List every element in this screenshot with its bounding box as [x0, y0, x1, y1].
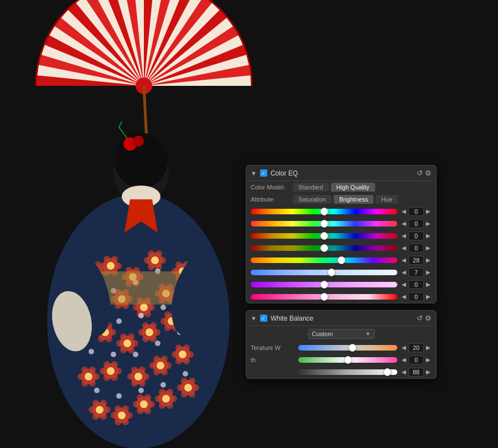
- high-quality-tab[interactable]: High Quality: [331, 183, 375, 192]
- sliders-container: ◀ 0 ▶ ◀ 0 ▶ ◀ 0 ▶: [246, 205, 436, 303]
- tint-increment[interactable]: ▶: [425, 357, 432, 363]
- eq-value-control-0: ◀ 0 ▶: [401, 207, 432, 216]
- refresh-icon[interactable]: ↺: [417, 169, 423, 177]
- strength-slider[interactable]: [298, 368, 397, 376]
- eq-decrement-5[interactable]: ◀: [401, 270, 407, 275]
- eq-value-4: 28: [408, 256, 424, 265]
- hue-tab[interactable]: Hue: [376, 195, 398, 204]
- eq-value-control-1: ◀ 0 ▶: [401, 219, 432, 228]
- eq-value-0: 0: [408, 207, 424, 216]
- eq-increment-5[interactable]: ▶: [425, 270, 432, 275]
- color-eq-panel: ▼ ✓ Color EQ ↺ ⚙ Color Model: Standard H…: [246, 165, 437, 303]
- wb-title: White Balance: [271, 315, 413, 322]
- attribute-buttons: Saturation Brightness Hue: [293, 195, 398, 204]
- wb-collapse-icon[interactable]: ▼: [251, 315, 257, 322]
- eq-slider-5[interactable]: [251, 269, 397, 276]
- eq-value-control-4: ◀ 28 ▶: [401, 256, 432, 265]
- eq-slider-6[interactable]: [251, 281, 397, 289]
- dropdown-arrow-icon: ▼: [366, 331, 371, 337]
- color-eq-header: ▼ ✓ Color EQ ↺ ⚙: [246, 166, 436, 181]
- eq-slider-row-6: ◀ 0 ▶: [246, 279, 436, 291]
- eq-slider-row-1: ◀ 0 ▶: [246, 218, 436, 230]
- wb-header: ▼ ✓ White Balance ↺ ⚙: [246, 311, 436, 326]
- temperature-increment[interactable]: ▶: [425, 345, 432, 351]
- eq-value-7: 0: [408, 292, 424, 301]
- eq-value-control-2: ◀ 0 ▶: [401, 231, 432, 240]
- eq-decrement-7[interactable]: ◀: [401, 294, 407, 300]
- eq-increment-4[interactable]: ▶: [425, 258, 432, 263]
- eq-increment-3[interactable]: ▶: [425, 245, 432, 251]
- eq-decrement-2[interactable]: ◀: [401, 233, 407, 239]
- settings-icon[interactable]: ⚙: [425, 169, 432, 177]
- eq-decrement-3[interactable]: ◀: [401, 245, 407, 251]
- tint-row: th ◀ 0 ▶: [246, 354, 436, 366]
- saturation-tab[interactable]: Saturation: [293, 195, 331, 204]
- panel-header-icons: ↺ ⚙: [417, 169, 432, 177]
- temperature-value-control: ◀ 20 ▶: [401, 343, 432, 352]
- color-eq-title: Color EQ: [271, 169, 413, 177]
- eq-value-control-3: ◀ 0 ▶: [401, 244, 432, 253]
- attribute-label: Attribute:: [251, 196, 289, 203]
- color-eq-enabled-checkbox[interactable]: ✓: [260, 169, 267, 177]
- standard-tab[interactable]: Standard: [293, 183, 329, 192]
- tint-label: th: [251, 357, 295, 363]
- eq-value-1: 0: [408, 219, 424, 228]
- wb-enabled-checkbox[interactable]: ✓: [260, 315, 267, 322]
- eq-increment-0[interactable]: ▶: [425, 209, 432, 214]
- tint-value-control: ◀ 0 ▶: [401, 356, 432, 364]
- eq-slider-row-0: ◀ 0 ▶: [246, 205, 436, 218]
- eq-decrement-6[interactable]: ◀: [401, 282, 407, 287]
- tint-slider[interactable]: [298, 356, 397, 364]
- eq-decrement-1[interactable]: ◀: [401, 221, 407, 226]
- color-model-row: Color Model: Standard High Quality: [246, 181, 436, 193]
- strength-decrement[interactable]: ◀: [401, 369, 407, 375]
- strength-value: 88: [408, 368, 424, 377]
- collapse-icon[interactable]: ▼: [251, 170, 257, 177]
- eq-value-control-7: ◀ 0 ▶: [401, 292, 432, 301]
- attribute-row: Attribute: Saturation Brightness Hue: [246, 193, 436, 205]
- eq-increment-6[interactable]: ▶: [425, 282, 432, 287]
- wb-header-icons: ↺ ⚙: [417, 314, 432, 322]
- temperature-value: 20: [408, 343, 424, 352]
- eq-value-2: 0: [408, 231, 424, 240]
- eq-increment-2[interactable]: ▶: [425, 233, 432, 239]
- temperature-label: Terature W: [251, 344, 295, 351]
- color-model-buttons: Standard High Quality: [293, 183, 375, 192]
- eq-slider-row-4: ◀ 28 ▶: [246, 254, 436, 266]
- eq-slider-7[interactable]: [251, 293, 397, 301]
- eq-slider-row-2: ◀ 0 ▶: [246, 230, 436, 242]
- eq-decrement-0[interactable]: ◀: [401, 209, 407, 214]
- temperature-decrement[interactable]: ◀: [401, 345, 407, 351]
- temperature-slider[interactable]: [298, 344, 397, 352]
- preset-dropdown[interactable]: Custom ▼: [308, 329, 375, 339]
- preset-label: Custom: [312, 331, 333, 337]
- wb-refresh-icon[interactable]: ↺: [417, 314, 423, 322]
- white-balance-panel: ▼ ✓ White Balance ↺ ⚙ Custom ▼ Terature …: [246, 310, 437, 379]
- eq-slider-row-5: ◀ 7 ▶: [246, 266, 436, 279]
- eq-value-3: 0: [408, 244, 424, 253]
- eq-slider-2[interactable]: [251, 232, 397, 240]
- tint-decrement[interactable]: ◀: [401, 357, 407, 363]
- eq-increment-1[interactable]: ▶: [425, 221, 432, 226]
- eq-slider-row-7: ◀ 0 ▶: [246, 291, 436, 303]
- tint-value: 0: [408, 356, 424, 364]
- eq-value-5: 7: [408, 268, 424, 277]
- eq-decrement-4[interactable]: ◀: [401, 258, 407, 263]
- strength-row: ◀ 88 ▶: [246, 366, 436, 378]
- eq-value-control-6: ◀ 0 ▶: [401, 280, 432, 289]
- eq-slider-1[interactable]: [251, 220, 397, 228]
- eq-slider-row-3: ◀ 0 ▶: [246, 242, 436, 254]
- eq-increment-7[interactable]: ▶: [425, 294, 432, 300]
- strength-value-control: ◀ 88 ▶: [401, 368, 432, 377]
- brightness-tab[interactable]: Brightness: [334, 195, 374, 204]
- eq-slider-3[interactable]: [251, 244, 397, 252]
- strength-increment[interactable]: ▶: [425, 369, 432, 375]
- eq-slider-0[interactable]: [251, 208, 397, 215]
- color-model-label: Color Model:: [251, 184, 289, 190]
- preset-row: Custom ▼: [246, 326, 436, 342]
- eq-value-6: 0: [408, 280, 424, 289]
- eq-slider-4[interactable]: [251, 256, 397, 264]
- eq-value-control-5: ◀ 7 ▶: [401, 268, 432, 277]
- wb-settings-icon[interactable]: ⚙: [425, 314, 432, 322]
- temperature-row: Terature W ◀ 20 ▶: [246, 342, 436, 354]
